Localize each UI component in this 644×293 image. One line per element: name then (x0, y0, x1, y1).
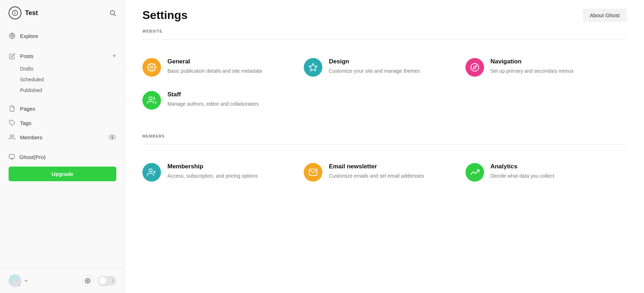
about-ghost-button[interactable]: About Ghost (583, 9, 627, 22)
email-newsletter-card-title: Email newsletter (329, 163, 424, 170)
sidebar-item-explore[interactable]: Explore (0, 29, 125, 43)
design-card-desc: Customize your site and manage themes (329, 67, 420, 75)
email-newsletter-card-body: Email newsletter Customize emails and se… (329, 163, 424, 180)
design-card-title: Design (329, 58, 420, 65)
online-indicator (18, 284, 21, 287)
staff-card-body: Staff Manage authors, editor and collabo… (167, 91, 259, 108)
upgrade-button[interactable]: Upgrade (9, 167, 116, 181)
membership-card-desc: Access, subscription, and pricing option… (167, 172, 258, 180)
sidebar-logo[interactable]: Test (9, 6, 38, 19)
svg-point-0 (13, 10, 18, 16)
membership-settings-card[interactable]: Membership Access, subscription, and pri… (142, 156, 304, 189)
analytics-icon (465, 163, 484, 182)
navigation-settings-card[interactable]: Navigation Set up primary and secondary … (465, 51, 627, 84)
ghost-pro-label: Ghost(Pro) (19, 154, 45, 160)
membership-icon (142, 163, 161, 182)
design-card-body: Design Customize your site and manage th… (329, 58, 420, 75)
main-content: Settings About Ghost WEBSITE General (125, 0, 644, 293)
svg-point-5 (10, 135, 13, 137)
sidebar-nav: Explore Posts + Drafts Scheduled Publish… (0, 26, 125, 268)
chevron-down-icon (24, 278, 29, 283)
sidebar-item-scheduled[interactable]: Scheduled (0, 74, 125, 85)
ghost-pro-icon (9, 154, 15, 160)
navigation-card-body: Navigation Set up primary and secondary … (491, 58, 574, 75)
svg-point-9 (87, 280, 88, 282)
sidebar-item-members[interactable]: Members 1 (0, 130, 125, 144)
email-newsletter-card-desc: Customize emails and set email addresses (329, 172, 424, 180)
sidebar-item-drafts[interactable]: Drafts (0, 63, 125, 74)
staff-settings-card[interactable]: Staff Manage authors, editor and collabo… (142, 84, 304, 117)
sidebar-item-posts-label: Posts (20, 53, 34, 59)
design-icon (304, 58, 322, 77)
dark-mode-icon: ☽ (110, 278, 114, 283)
email-newsletter-settings-card[interactable]: Email newsletter Customize emails and se… (304, 156, 465, 189)
staff-card-desc: Manage authors, editor and collaborators (167, 100, 259, 108)
general-card-title: General (167, 58, 262, 65)
website-divider (142, 39, 627, 39)
website-section: WEBSITE General Basic publication detail… (142, 29, 627, 117)
members-section: MEMBERS Membership Acces (142, 134, 627, 189)
svg-point-13 (149, 97, 152, 100)
sidebar-item-members-label: Members (20, 134, 43, 140)
members-divider (142, 144, 627, 144)
membership-card-title: Membership (167, 163, 258, 170)
svg-line-2 (114, 14, 116, 16)
staff-icon (142, 91, 161, 110)
sidebar-item-posts[interactable]: Posts + (0, 49, 125, 63)
svg-marker-12 (473, 66, 476, 69)
sidebar-item-pages-label: Pages (20, 106, 35, 112)
website-settings-grid: General Basic publication details and si… (142, 51, 627, 117)
svg-rect-6 (9, 154, 15, 158)
file-icon (9, 105, 16, 112)
sidebar-item-tags-label: Tags (20, 120, 31, 126)
staff-card-title: Staff (167, 91, 259, 98)
search-icon[interactable] (109, 9, 116, 16)
general-card-body: General Basic publication details and si… (167, 58, 262, 75)
sidebar-item-pages[interactable]: Pages (0, 101, 125, 116)
users-icon (9, 134, 16, 141)
sidebar-header: Test (0, 0, 125, 26)
members-badge: 1 (108, 134, 116, 140)
general-card-desc: Basic publication details and site metad… (167, 67, 262, 75)
user-avatar-area[interactable] (9, 274, 29, 287)
globe-icon (9, 32, 16, 39)
svg-point-14 (149, 169, 152, 172)
sidebar-item-explore-label: Explore (20, 33, 38, 39)
analytics-card-title: Analytics (491, 163, 554, 170)
add-post-icon[interactable]: + (112, 52, 116, 60)
sidebar-footer: ☽ (0, 268, 125, 293)
analytics-card-desc: Decide what data you collect (491, 172, 554, 180)
navigation-card-desc: Set up primary and secondary menus (491, 67, 574, 75)
general-settings-card[interactable]: General Basic publication details and si… (142, 51, 304, 84)
settings-gear-button[interactable] (82, 275, 93, 287)
sidebar-item-tags[interactable]: Tags (0, 116, 125, 130)
tag-icon (9, 119, 16, 126)
footer-actions: ☽ (82, 275, 116, 287)
design-settings-card[interactable]: Design Customize your site and manage th… (304, 51, 465, 84)
toggle-knob (99, 277, 107, 285)
analytics-settings-card[interactable]: Analytics Decide what data you collect (465, 156, 627, 189)
general-icon (142, 58, 161, 77)
page-header: Settings About Ghost (125, 0, 644, 29)
sidebar-item-published[interactable]: Published (0, 85, 125, 96)
navigation-icon (465, 58, 484, 77)
svg-point-11 (471, 63, 479, 71)
svg-point-1 (110, 10, 114, 15)
settings-content: WEBSITE General Basic publication detail… (125, 29, 644, 220)
navigation-card-title: Navigation (491, 58, 574, 65)
website-section-label: WEBSITE (142, 29, 627, 33)
members-section-label: MEMBERS (142, 134, 627, 138)
site-name: Test (25, 9, 38, 17)
edit-icon (9, 53, 16, 60)
theme-toggle[interactable]: ☽ (98, 276, 116, 286)
avatar (9, 274, 21, 287)
page-title: Settings (142, 9, 187, 22)
members-settings-grid: Membership Access, subscription, and pri… (142, 156, 627, 189)
sidebar-item-ghost-pro[interactable]: Ghost(Pro) (0, 150, 125, 164)
analytics-card-body: Analytics Decide what data you collect (491, 163, 554, 180)
membership-card-body: Membership Access, subscription, and pri… (167, 163, 258, 180)
sidebar: Test Explore (0, 0, 125, 293)
svg-point-10 (151, 66, 153, 69)
email-newsletter-icon (304, 163, 322, 182)
logo-icon (9, 6, 21, 19)
